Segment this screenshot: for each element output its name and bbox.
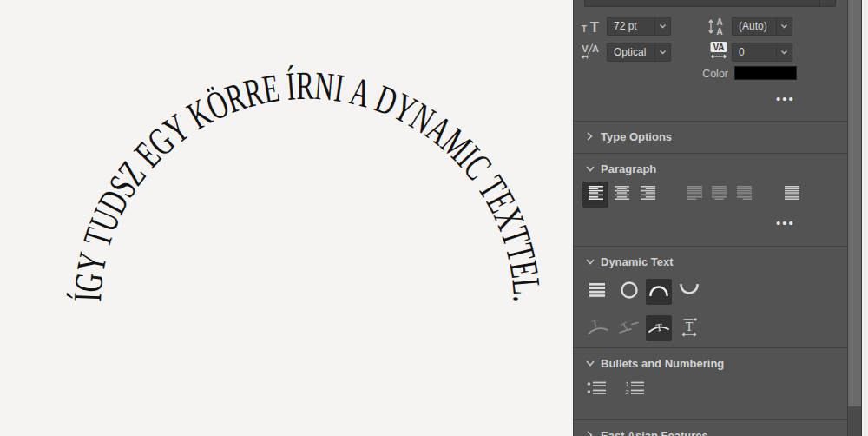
svg-text:T: T [582,24,587,34]
justify-last-right-button[interactable] [731,182,757,208]
chevron-down-icon[interactable] [654,17,670,35]
section-header-bullets[interactable]: Bullets and Numbering [574,348,848,378]
svg-text:2: 2 [625,388,629,395]
chevron-down-icon[interactable] [654,43,670,61]
paragraph-more-button[interactable]: ••• [776,215,795,230]
text-straight-icon [589,283,606,301]
bulleted-list-icon [587,381,607,399]
text-path-rotate-button[interactable]: T [585,315,611,341]
chevron-down-icon[interactable] [776,17,792,35]
svg-text:T: T [619,319,631,333]
text-arc-down-icon [679,284,700,300]
text-shape-arc-up-button[interactable] [646,279,672,305]
chevron-down-icon [819,0,835,6]
text-circle-icon [620,281,639,303]
align-on-path-icon: T [648,317,670,340]
numbered-list-icon: 1 2 [625,381,645,399]
svg-text:T: T [590,19,600,35]
text-shape-straight-button[interactable] [584,279,610,305]
tracking-icon: VA [707,40,730,61]
kerning-field[interactable]: Optical [607,43,671,62]
svg-text:A: A [592,43,599,54]
justify-all-button[interactable] [779,182,805,208]
justify-last-left-button[interactable] [681,182,707,208]
page-edge [862,0,868,436]
tracking-value: 0 [733,46,776,58]
chevron-down-icon [585,257,595,266]
leading-value: (Auto) [733,20,776,32]
text-arc-up-icon [648,284,669,300]
section-title: Dynamic Text [601,255,674,268]
tracking-field[interactable]: 0 [732,43,792,62]
svg-text:Í: Í [285,63,297,108]
font-size-icon: T T [579,17,603,36]
svg-text:V: V [582,43,589,54]
svg-text:VA: VA [713,43,724,52]
section-title: Paragraph [601,162,656,175]
svg-text:.: . [505,294,549,302]
path-spacing-icon: T [679,316,700,340]
section-title: Type Options [601,130,672,143]
document-canvas[interactable]: ÍGY TUDSZ EGY KÖRRE ÍRNI A DYNAMIC TEXTT… [0,0,573,436]
text-path-align-button[interactable]: T [646,315,672,341]
svg-text:T: T [686,320,694,334]
font-size-field[interactable]: 72 pt [607,17,671,36]
svg-text:1: 1 [625,381,629,388]
character-more-button[interactable]: ••• [776,91,795,106]
text-shape-circle-button[interactable] [616,279,642,305]
rotate-on-path-icon: T [587,316,609,340]
color-label: Color [676,68,728,80]
kerning-value: Optical [608,46,654,58]
properties-panel: T T 72 pt A A (Auto) [573,0,847,436]
text-path-spacing-button[interactable]: T [676,315,702,341]
chevron-down-icon [585,359,595,367]
svg-text:A: A [346,68,376,116]
bulleted-list-button[interactable] [583,377,609,403]
panel-scrollbar[interactable] [847,0,862,436]
kerning-icon: V A [577,42,603,61]
svg-text:A: A [716,17,722,27]
chevron-down-icon[interactable] [776,43,792,61]
font-style-select[interactable] [584,0,836,7]
svg-text:T: T [589,316,601,331]
skew-on-path-icon: T [617,316,640,340]
section-header-dynamic-text[interactable]: Dynamic Text [574,247,848,276]
font-size-value: 72 pt [608,20,654,32]
section-header-paragraph[interactable]: Paragraph [574,154,848,183]
application-window: ÍGY TUDSZ EGY KÖRRE ÍRNI A DYNAMIC TEXTT… [0,0,868,436]
arc-text-layer[interactable]: ÍGY TUDSZ EGY KÖRRE ÍRNI A DYNAMIC TEXTT… [0,0,573,436]
section-header-type-options[interactable]: Type Options [574,122,848,151]
align-left-button[interactable] [582,182,608,208]
svg-text:R: R [296,63,314,108]
section-title: Bullets and Numbering [601,357,724,370]
justify-last-center-button[interactable] [706,182,732,208]
section-title: East Asian Features [601,429,708,436]
leading-field[interactable]: (Auto) [732,17,792,36]
text-path-skew-button[interactable]: T [615,315,641,341]
chevron-right-icon [585,131,595,142]
leading-icon: A A [706,17,728,36]
scrollbar-thumb[interactable] [848,0,861,406]
svg-text:A: A [716,26,722,36]
color-swatch[interactable] [734,66,797,80]
numbered-list-button[interactable]: 1 2 [621,377,648,403]
section-header-east-asian[interactable]: East Asian Features [574,420,848,436]
text-shape-arc-down-button[interactable] [676,279,702,305]
align-right-button[interactable] [635,182,661,208]
chevron-right-icon [585,430,595,436]
chevron-down-icon [585,164,595,173]
svg-text:L: L [504,276,549,296]
align-center-button[interactable] [608,182,635,208]
